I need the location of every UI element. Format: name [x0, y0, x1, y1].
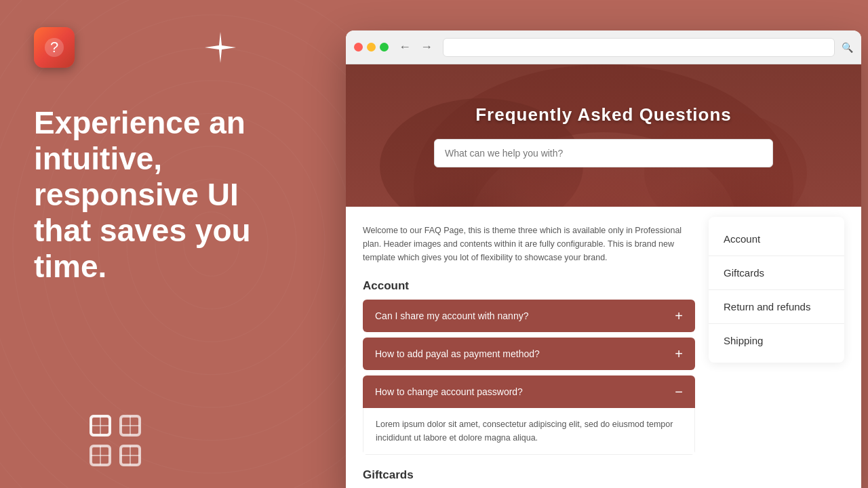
browser-chrome: ← → 🔍 [346, 30, 861, 64]
accordion-body-3: Lorem ipsum dolor sit amet, consectetur … [363, 408, 695, 455]
grid-icon [88, 413, 142, 468]
star-decoration [203, 30, 237, 70]
faq-hero-title: Frequently Asked Questions [475, 104, 732, 125]
accordion-item-2: How to add payal as payment method? + [363, 338, 695, 370]
accordion-question-1: Can I share my account with nanny? [375, 310, 528, 321]
accordion-plus-1: + [675, 309, 683, 323]
browser-nav: ← → [395, 39, 436, 56]
accordion-header-3[interactable]: How to change account password? − [363, 375, 695, 408]
faq-left: Welcome to our FAQ Page, this is theme t… [363, 224, 695, 488]
mountain-bg [346, 64, 861, 207]
faq-search-input[interactable] [434, 139, 773, 167]
faq-intro: Welcome to our FAQ Page, this is theme t… [363, 224, 695, 264]
faq-sidebar: Account Giftcards Return and refunds Shi… [709, 217, 844, 363]
url-bar[interactable] [443, 38, 835, 57]
dot-red[interactable] [354, 43, 363, 52]
app-icon: ? [34, 27, 75, 68]
sidebar-nav-shipping[interactable]: Shipping [709, 324, 844, 357]
accordion-plus-2: + [675, 347, 683, 361]
faq-hero: Frequently Asked Questions [346, 64, 861, 207]
sidebar-nav-account[interactable]: Account [709, 222, 844, 256]
dot-yellow[interactable] [367, 43, 376, 52]
svg-text:?: ? [50, 39, 58, 56]
sidebar-nav-returns[interactable]: Return and refunds [709, 290, 844, 324]
faq-page: Frequently Asked Questions Welcome to ou… [346, 64, 861, 488]
faq-section-account: Account Can I share my account with nann… [363, 279, 695, 455]
faq-section-giftcards: Giftcards Can I buy gift cards in bulk? … [363, 468, 695, 488]
accordion-question-2: How to add payal as payment method? [375, 348, 540, 359]
back-button[interactable]: ← [395, 39, 414, 56]
faq-body: Welcome to our FAQ Page, this is theme t… [346, 207, 861, 488]
section-title-giftcards: Giftcards [363, 468, 695, 482]
search-icon: 🔍 [842, 42, 853, 53]
browser-dots [354, 43, 389, 52]
accordion-item-1: Can I share my account with nanny? + [363, 300, 695, 332]
accordion-minus-3: − [675, 385, 683, 399]
accordion-item-3: How to change account password? − Lorem … [363, 375, 695, 455]
accordion-header-1[interactable]: Can I share my account with nanny? + [363, 300, 695, 332]
accordion-header-2[interactable]: How to add payal as payment method? + [363, 338, 695, 370]
browser-window: ← → 🔍 Frequently Asked Questions Welcome… [346, 30, 861, 488]
sidebar-nav-giftcards[interactable]: Giftcards [709, 256, 844, 290]
section-title-account: Account [363, 279, 695, 293]
main-headline: Experience an intuitive, responsive UI t… [34, 105, 292, 284]
dot-green[interactable] [380, 43, 389, 52]
forward-button[interactable]: → [417, 39, 436, 56]
accordion-question-3: How to change account password? [375, 386, 523, 397]
